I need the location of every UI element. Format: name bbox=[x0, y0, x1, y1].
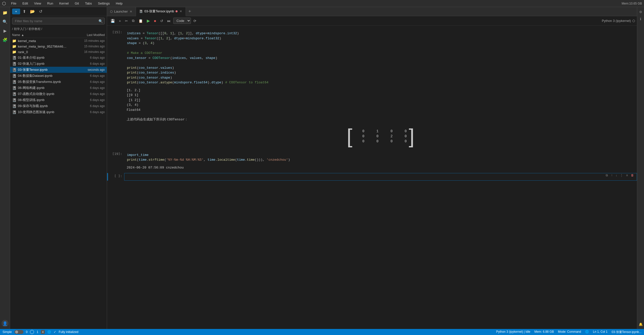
code-input-15[interactable]: indices = Tensor([[0, 1], [1, 2]], dtype… bbox=[124, 29, 637, 87]
file-name-text: rank_0 bbox=[18, 50, 68, 54]
notebook-toolbar: 💾 + ✂ ⧉ 📋 ▶ ■ ↺ ⏭ Code ⟳ Python 3 (ipyke… bbox=[107, 16, 637, 26]
stop-button[interactable]: ■ bbox=[152, 18, 157, 24]
status-num3[interactable]: 4 bbox=[41, 330, 45, 334]
menu-tabs[interactable]: Tabs bbox=[84, 1, 93, 6]
upload-button[interactable]: ⬆ bbox=[21, 9, 27, 14]
list-item[interactable]: 📓06-网络构建.ipynb6 days ago bbox=[10, 85, 107, 91]
restart-run-button[interactable]: ⏭ bbox=[166, 18, 172, 24]
cell-delete-btn[interactable]: 🗑 bbox=[630, 173, 635, 178]
code-line: print(coo_tensor.indices) bbox=[127, 70, 634, 75]
save-button[interactable]: 💾 bbox=[109, 18, 116, 24]
cell-more-btn[interactable]: ⋮ bbox=[619, 173, 624, 178]
copy-button[interactable]: ⧉ bbox=[130, 18, 136, 24]
cell-align-btn[interactable]: ≡ bbox=[625, 173, 629, 178]
status-globe-icon[interactable]: 🌐 bbox=[47, 330, 51, 334]
add-cell-button[interactable]: + bbox=[117, 18, 122, 24]
code-line: # Make a COOTensor bbox=[127, 51, 634, 56]
search-input[interactable] bbox=[12, 18, 105, 24]
list-item[interactable]: 📓02-快速入门.ipynb6 days ago bbox=[10, 61, 107, 67]
cut-button[interactable]: ✂ bbox=[123, 18, 129, 24]
list-item[interactable]: 📓10-使用静态图加速.ipynb6 days ago bbox=[10, 109, 107, 115]
list-item[interactable]: 📓01-基本介绍.ipynb6 days ago bbox=[10, 55, 107, 61]
cell-new: [ ]: ⧉ ↑ ↓ ⋮ ≡ 🗑 bbox=[107, 172, 637, 182]
list-item[interactable]: 📓05-数据变换Transforms.ipynb6 days ago bbox=[10, 79, 107, 85]
file-modified-text: 15 minutes ago bbox=[70, 39, 105, 43]
list-item[interactable]: 📁kernel_meta15 minutes ago bbox=[10, 38, 107, 44]
file-name-text: 10-使用静态图加速.ipynb bbox=[18, 110, 68, 114]
file-name-text: 01-基本介绍.ipynb bbox=[18, 55, 68, 60]
refresh-button[interactable]: ↺ bbox=[38, 9, 44, 14]
sidebar-extensions-icon[interactable]: 🧩 bbox=[2, 36, 9, 43]
launcher-tab-label: Launcher bbox=[114, 10, 128, 13]
run-button[interactable]: ▶ bbox=[145, 17, 151, 24]
menu-git[interactable]: Git bbox=[74, 1, 80, 6]
cell-move-down-btn[interactable]: ↓ bbox=[615, 173, 618, 178]
markdown-text: 上述代码会生成如下所示的 COOTensor： bbox=[124, 115, 637, 124]
menu-edit[interactable]: Edit bbox=[21, 1, 29, 6]
status-num2: 1 bbox=[37, 330, 38, 334]
new-button[interactable]: + + bbox=[12, 9, 20, 14]
col-modified-header: Last Modified bbox=[70, 33, 105, 37]
file-modified-text: 6 days ago bbox=[70, 110, 105, 114]
file-name-text: kernel_meta bbox=[18, 39, 68, 43]
cell-body-19[interactable]: import_time print(time.strftime('%Y-%m-%… bbox=[124, 151, 637, 171]
cell-active-indicator[interactable] bbox=[107, 173, 108, 181]
cell-body-15[interactable]: indices = Tensor([[0, 1], [1, 2]], dtype… bbox=[124, 29, 637, 113]
file-name-text: 04-数据集Dataset.ipynb bbox=[18, 74, 68, 78]
paste-button[interactable]: 📋 bbox=[137, 18, 144, 24]
file-name-text: 05-数据变换Transforms.ipynb bbox=[18, 80, 68, 84]
file-name-text: 09-保存与加载.ipynb bbox=[18, 104, 68, 108]
breadcrumb: / 初学入门 / 初学教程 / bbox=[10, 26, 107, 32]
list-item[interactable]: 📓04-数据集Dataset.ipynb6 days ago bbox=[10, 73, 107, 79]
cell-prompt-15: [15]: bbox=[109, 29, 124, 34]
list-item[interactable]: 📓07-函数式自动微分.ipynb6 days ago bbox=[10, 91, 107, 97]
tab-launcher[interactable]: ⬡ Launcher ✕ bbox=[107, 7, 136, 16]
sidebar-user-icon[interactable]: 👤 bbox=[2, 320, 9, 327]
launcher-tab-close[interactable]: ✕ bbox=[129, 9, 133, 14]
cell-body-new[interactable] bbox=[124, 173, 637, 181]
file-modified-text: 15 minutes ago bbox=[70, 45, 105, 48]
file-modified-text: 6 days ago bbox=[70, 92, 105, 96]
cell-type-select[interactable]: Code bbox=[173, 18, 191, 24]
status-mode-label: Simple bbox=[3, 330, 12, 334]
matrix-container: [ 0100 0020 0000 ] bbox=[124, 124, 637, 149]
list-item[interactable]: 📓03-张量Tensor.ipynbseconds ago bbox=[10, 67, 107, 73]
matrix-values: 0100 0020 0000 bbox=[352, 129, 409, 143]
right-gear-icon[interactable]: ⚙ bbox=[638, 9, 643, 15]
tab-add-button[interactable]: + bbox=[186, 9, 194, 14]
cell-copy-btn[interactable]: ⧉ bbox=[605, 173, 609, 178]
tab-tensor[interactable]: 📓 03-张量Tensor.ipynb ✕ bbox=[136, 7, 186, 16]
mem-info: Mem:10.65 GB bbox=[622, 2, 642, 5]
cell-move-up-btn[interactable]: ↑ bbox=[610, 173, 614, 178]
folder-icon: 📁 bbox=[12, 39, 16, 43]
folder-button[interactable]: 📂 bbox=[28, 9, 37, 14]
menu-file[interactable]: File bbox=[10, 1, 17, 6]
menu-help[interactable]: Help bbox=[115, 1, 124, 6]
sidebar-files-icon[interactable]: 📁 bbox=[2, 9, 9, 16]
file-name-text: kernel_meta_temp_95279644634613... bbox=[18, 45, 68, 48]
list-item[interactable]: 📓09-保存与加载.ipynb6 days ago bbox=[10, 103, 107, 109]
menu-run[interactable]: Run bbox=[46, 1, 54, 6]
right-info-icon[interactable]: ℹ bbox=[638, 16, 643, 22]
menu-view[interactable]: View bbox=[33, 1, 42, 6]
col-name-header[interactable]: Name ▲ bbox=[12, 33, 70, 37]
list-item[interactable]: 📁kernel_meta_temp_95279644634613...15 mi… bbox=[10, 44, 107, 49]
breadcrumb-text[interactable]: / 初学入门 / 初学教程 / bbox=[12, 27, 42, 31]
code-input-new[interactable] bbox=[124, 173, 637, 181]
sidebar-run-icon[interactable]: ▶ bbox=[2, 27, 9, 34]
code-input-19[interactable]: import_time print(time.strftime('%Y-%m-%… bbox=[124, 151, 637, 164]
refresh-kernel-button[interactable]: ⟳ bbox=[192, 18, 198, 24]
restart-button[interactable]: ↺ bbox=[159, 18, 165, 24]
status-mem: Mem: 6.88 GB bbox=[534, 330, 554, 334]
status-mode-right: Mode: Command bbox=[558, 330, 581, 334]
sidebar-search-icon[interactable]: 🔍 bbox=[2, 18, 9, 25]
menu-kernel[interactable]: Kernel bbox=[58, 1, 70, 6]
menu-settings[interactable]: Settings bbox=[97, 1, 111, 6]
list-item[interactable]: 📓08-模型训练.ipynb6 days ago bbox=[10, 97, 107, 103]
list-item[interactable]: 📁rank_016 minutes ago bbox=[10, 49, 107, 55]
status-toggle[interactable] bbox=[14, 330, 23, 334]
tensor-tab-label: 03-张量Tensor.ipynb bbox=[144, 9, 174, 14]
tensor-tab-close[interactable]: ✕ bbox=[179, 9, 183, 14]
right-bell-icon[interactable]: 🔔 bbox=[638, 321, 643, 327]
code-line: print(coo_tensor.shape) bbox=[127, 75, 634, 80]
